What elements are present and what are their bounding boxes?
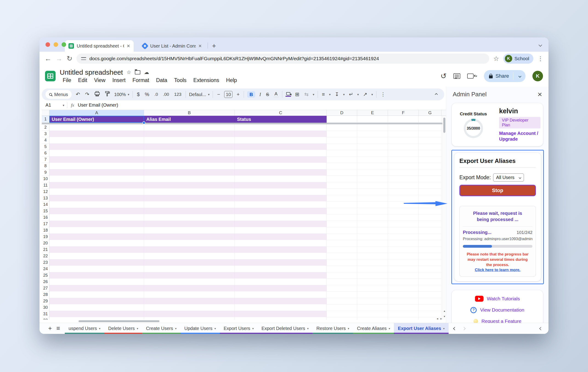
cell-C27[interactable] bbox=[235, 285, 327, 292]
cell-B7[interactable] bbox=[144, 157, 235, 163]
cell-E32[interactable] bbox=[357, 317, 388, 320]
address-bar[interactable]: docs.google.com/spreadsheets/d/15HMV5NrH… bbox=[76, 53, 489, 64]
vertical-align-icon[interactable]: ↧ bbox=[334, 91, 340, 97]
cell-E10[interactable] bbox=[357, 176, 388, 182]
cell-D2[interactable] bbox=[327, 124, 357, 131]
text-color-icon[interactable]: A bbox=[273, 91, 279, 97]
sheet-tab-menu-icon[interactable]: ▾ bbox=[389, 327, 390, 330]
cell-F8[interactable] bbox=[388, 163, 419, 169]
cell-A1[interactable]: User Email (Owner) bbox=[49, 116, 144, 123]
text-wrap-dropdown-icon[interactable]: ▾ bbox=[357, 93, 359, 96]
cell-G6[interactable] bbox=[419, 150, 441, 157]
cell-C15[interactable] bbox=[235, 208, 327, 214]
browser-menu-icon[interactable]: ⋮ bbox=[537, 55, 544, 62]
cell-E28[interactable] bbox=[357, 292, 388, 298]
cell-C11[interactable] bbox=[235, 182, 327, 189]
cell-C2[interactable] bbox=[235, 124, 327, 131]
row-header-6[interactable]: 6 bbox=[42, 150, 49, 157]
cell-B1[interactable]: Alias Email bbox=[144, 116, 235, 123]
cell-E26[interactable] bbox=[357, 279, 388, 285]
cell-B17[interactable] bbox=[144, 221, 235, 227]
strikethrough-icon[interactable]: S bbox=[265, 92, 270, 97]
cell-E15[interactable] bbox=[357, 208, 388, 214]
cell-F10[interactable] bbox=[388, 176, 419, 182]
close-sidebar-icon[interactable]: × bbox=[537, 90, 542, 98]
cell-C30[interactable] bbox=[235, 304, 327, 311]
tabs-scroll-left-icon[interactable] bbox=[454, 327, 456, 331]
cell-F21[interactable] bbox=[388, 246, 419, 253]
document-title[interactable]: Untitled spreadsheet bbox=[60, 68, 123, 76]
cell-D3[interactable] bbox=[327, 131, 357, 137]
decrease-font-icon[interactable]: − bbox=[216, 91, 221, 97]
cell-B25[interactable] bbox=[144, 272, 235, 279]
cell-D10[interactable] bbox=[327, 176, 357, 182]
cell-F6[interactable] bbox=[388, 150, 419, 157]
manage-account-link[interactable]: Manage Account / Upgrade bbox=[499, 130, 540, 142]
number-format-icon[interactable]: 123 bbox=[173, 92, 182, 97]
cell-B23[interactable] bbox=[144, 259, 235, 266]
cell-B6[interactable] bbox=[144, 150, 235, 157]
cell-D17[interactable] bbox=[327, 221, 357, 227]
stop-button[interactable]: Stop bbox=[459, 185, 536, 196]
cell-D29[interactable] bbox=[327, 298, 357, 304]
format-percent-icon[interactable]: % bbox=[144, 91, 150, 97]
cell-B32[interactable] bbox=[144, 317, 235, 320]
cell-G26[interactable] bbox=[419, 279, 441, 285]
hide-toolbar-icon[interactable] bbox=[435, 92, 441, 96]
cell-D12[interactable] bbox=[327, 189, 357, 195]
export-mode-select[interactable]: All Users bbox=[493, 173, 524, 181]
cell-B31[interactable] bbox=[144, 311, 235, 317]
sheet-tab-export-deleted-users[interactable]: Export Deleted Users▾ bbox=[257, 323, 312, 334]
move-folder-icon[interactable] bbox=[135, 70, 140, 74]
row-header-12[interactable]: 12 bbox=[42, 189, 49, 195]
cell-A7[interactable] bbox=[49, 157, 144, 163]
cell-E7[interactable] bbox=[357, 157, 388, 163]
cell-D7[interactable] bbox=[327, 157, 357, 163]
name-box[interactable]: A1 ▾ bbox=[42, 103, 67, 108]
name-box-dropdown-icon[interactable]: ▾ bbox=[63, 103, 64, 107]
row-header-32[interactable]: 32 bbox=[42, 317, 49, 320]
menu-extensions[interactable]: Extensions bbox=[190, 77, 222, 84]
cell-B26[interactable] bbox=[144, 279, 235, 285]
cell-B8[interactable] bbox=[144, 163, 235, 169]
cell-A23[interactable] bbox=[49, 259, 144, 266]
row-header-29[interactable]: 29 bbox=[42, 298, 49, 304]
cell-A20[interactable] bbox=[49, 240, 144, 246]
font-size-input[interactable]: 10 bbox=[224, 91, 232, 98]
cell-G27[interactable] bbox=[419, 285, 441, 292]
row-header-27[interactable]: 27 bbox=[42, 285, 49, 292]
menu-data[interactable]: Data bbox=[153, 77, 170, 84]
cell-G20[interactable] bbox=[419, 240, 441, 246]
cell-A25[interactable] bbox=[49, 272, 144, 279]
cell-F17[interactable] bbox=[388, 221, 419, 227]
horizontal-scroll-thumb[interactable] bbox=[79, 320, 159, 322]
cell-C22[interactable] bbox=[235, 253, 327, 259]
comments-icon[interactable] bbox=[453, 73, 460, 79]
sheet-tab-export-users[interactable]: Export Users▾ bbox=[220, 323, 258, 334]
sheet-tab-create-aliases[interactable]: Create Aliases▾ bbox=[353, 323, 394, 334]
cell-A11[interactable] bbox=[49, 182, 144, 189]
cell-F29[interactable] bbox=[388, 298, 419, 304]
row-header-24[interactable]: 24 bbox=[42, 266, 49, 272]
cell-D14[interactable] bbox=[327, 202, 357, 208]
close-window-button[interactable] bbox=[45, 42, 50, 47]
cell-D24[interactable] bbox=[327, 266, 357, 272]
cell-D26[interactable] bbox=[327, 279, 357, 285]
cell-F32[interactable] bbox=[388, 317, 419, 320]
row-header-11[interactable]: 11 bbox=[42, 182, 49, 189]
column-header-A[interactable]: A bbox=[49, 110, 144, 116]
row-header-31[interactable]: 31 bbox=[42, 311, 49, 317]
row-header-10[interactable]: 10 bbox=[42, 176, 49, 182]
cell-A2[interactable] bbox=[49, 124, 144, 131]
row-header-13[interactable]: 13 bbox=[42, 195, 49, 202]
cell-E4[interactable] bbox=[357, 137, 388, 144]
cell-G19[interactable] bbox=[419, 234, 441, 240]
learn-more-link[interactable]: Click here to learn more. bbox=[463, 268, 532, 272]
menu-insert[interactable]: Insert bbox=[109, 77, 129, 84]
cell-D27[interactable] bbox=[327, 285, 357, 292]
cell-G10[interactable] bbox=[419, 176, 441, 182]
cell-B29[interactable] bbox=[144, 298, 235, 304]
browser-profile-chip[interactable]: K School bbox=[503, 53, 533, 64]
cell-G31[interactable] bbox=[419, 311, 441, 317]
cell-D22[interactable] bbox=[327, 253, 357, 259]
